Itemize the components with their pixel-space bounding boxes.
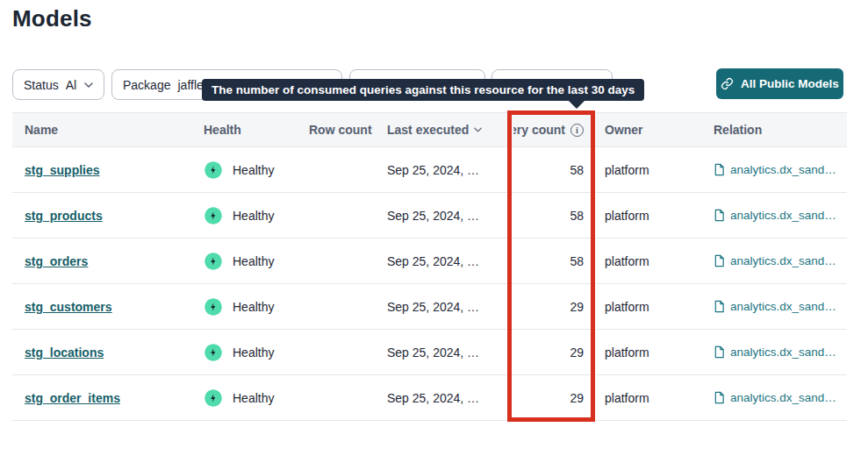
last-executed-cell: Sep 25, 2024, … <box>384 163 513 177</box>
relation-link[interactable]: analytics.dx_sand… <box>730 163 836 176</box>
health-status: Healthy <box>233 254 274 268</box>
model-link[interactable]: stg_products <box>25 209 103 223</box>
table-row: stg_order_items Healthy Sep 25, 2024, … … <box>12 375 847 421</box>
owner-cell: platform <box>601 254 710 268</box>
relation-link[interactable]: analytics.dx_sand… <box>730 300 836 313</box>
model-link[interactable]: stg_orders <box>25 254 88 268</box>
last-executed-cell: Sep 25, 2024, … <box>384 345 513 360</box>
table-row: stg_products Healthy Sep 25, 2024, … 58 … <box>12 193 847 239</box>
document-icon <box>714 254 725 267</box>
column-header-query-count: Query count i <box>513 123 601 137</box>
table-row: stg_supplies Healthy Sep 25, 2024, … 58 … <box>12 147 847 193</box>
query-count-cell: 29 <box>513 391 601 405</box>
health-status: Healthy <box>233 345 274 360</box>
query-count-cell: 29 <box>513 300 601 314</box>
model-link[interactable]: stg_customers <box>25 300 112 314</box>
package-filter-label: Package <box>123 78 170 92</box>
page-title: Models <box>12 5 92 32</box>
relation-link[interactable]: analytics.dx_sand… <box>730 345 836 359</box>
relation-link[interactable]: analytics.dx_sand… <box>730 391 836 404</box>
info-icon[interactable]: i <box>570 124 584 137</box>
status-filter-label: Status <box>24 78 59 92</box>
lightning-bolt-icon <box>204 160 223 180</box>
owner-cell: platform <box>601 300 710 314</box>
column-header-name: Name <box>12 123 204 137</box>
query-count-cell: 58 <box>513 163 601 177</box>
column-header-relation: Relation <box>710 123 847 137</box>
tooltip-arrow <box>569 101 585 109</box>
lightning-bolt-icon <box>204 388 223 408</box>
health-status: Healthy <box>233 300 274 314</box>
lightning-bolt-icon <box>204 297 223 317</box>
owner-cell: platform <box>601 345 710 360</box>
query-count-label: Query count <box>513 123 565 137</box>
document-icon <box>714 391 725 404</box>
last-executed-cell: Sep 25, 2024, … <box>384 391 513 405</box>
chevron-down-icon <box>84 82 93 88</box>
owner-cell: platform <box>601 163 710 177</box>
last-executed-cell: Sep 25, 2024, … <box>384 254 513 268</box>
status-filter-dropdown[interactable]: Status All <box>12 69 104 100</box>
lightning-bolt-icon <box>204 206 223 225</box>
model-link[interactable]: stg_order_items <box>25 391 120 405</box>
link-icon <box>721 77 734 90</box>
models-table: Name Health Row count Last executed Quer… <box>12 112 847 421</box>
health-status: Healthy <box>233 163 274 177</box>
relation-link[interactable]: analytics.dx_sand… <box>730 254 836 267</box>
column-header-last-executed[interactable]: Last executed <box>384 123 513 137</box>
column-header-owner: Owner <box>601 123 710 137</box>
table-row: stg_customers Healthy Sep 25, 2024, … 29… <box>12 284 847 330</box>
document-icon <box>714 345 725 359</box>
lightning-bolt-icon <box>204 343 223 362</box>
last-executed-cell: Sep 25, 2024, … <box>384 209 513 223</box>
last-executed-label: Last executed <box>387 123 469 137</box>
document-icon <box>714 209 725 222</box>
owner-cell: platform <box>601 391 710 405</box>
query-count-cell: 58 <box>513 209 601 223</box>
status-filter-value: All <box>66 78 77 92</box>
sort-chevron-icon <box>474 127 482 132</box>
health-status: Healthy <box>233 209 274 223</box>
health-status: Healthy <box>233 391 274 405</box>
relation-link[interactable]: analytics.dx_sand… <box>730 209 836 222</box>
query-count-cell: 58 <box>513 254 601 268</box>
document-icon <box>714 300 725 313</box>
table-header-row: Name Health Row count Last executed Quer… <box>12 113 847 147</box>
column-header-row-count: Row count <box>309 123 384 137</box>
owner-cell: platform <box>601 209 710 223</box>
column-header-health: Health <box>204 123 309 137</box>
query-count-tooltip: The number of consumed queries against t… <box>202 79 644 101</box>
query-count-cell: 29 <box>513 345 601 360</box>
model-link[interactable]: stg_supplies <box>25 163 100 177</box>
tooltip-text: The number of consumed queries against t… <box>212 83 635 96</box>
document-icon <box>714 163 725 176</box>
table-row: stg_orders Healthy Sep 25, 2024, … 58 pl… <box>12 239 847 284</box>
last-executed-cell: Sep 25, 2024, … <box>384 300 513 314</box>
model-link[interactable]: stg_locations <box>25 345 104 360</box>
all-public-models-label: All Public Models <box>741 77 839 90</box>
lightning-bolt-icon <box>204 252 223 271</box>
all-public-models-button[interactable]: All Public Models <box>716 68 843 99</box>
table-row: stg_locations Healthy Sep 25, 2024, … 29… <box>12 330 847 375</box>
